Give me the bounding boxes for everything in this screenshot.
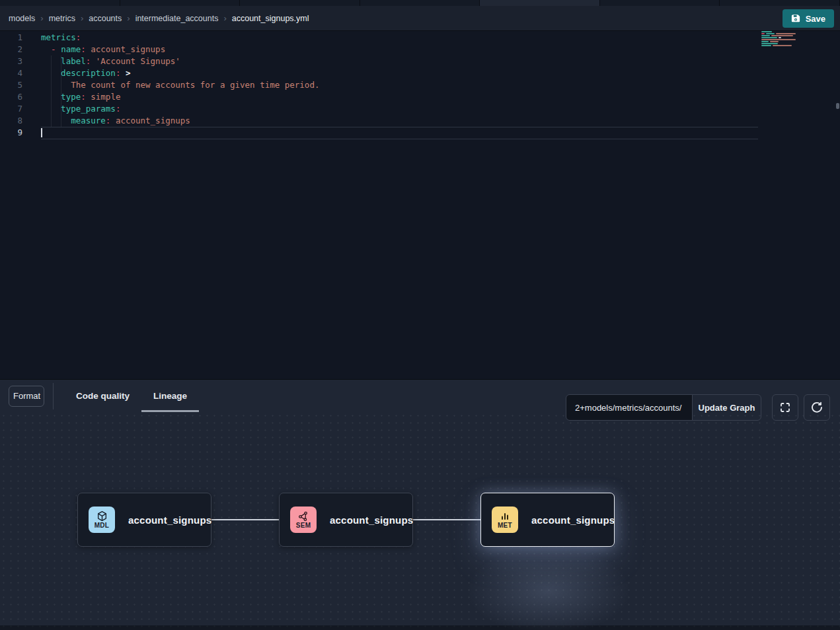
minimap-mark (761, 43, 778, 44)
window-tab[interactable] (0, 0, 120, 6)
panel-tab-lineage[interactable]: Lineage (141, 380, 199, 412)
breadcrumb-chevron-icon: › (127, 13, 130, 23)
code-line[interactable]: 9 (0, 127, 840, 139)
code-text: The count of new accounts for a given ti… (41, 80, 319, 90)
minimap-mark (761, 39, 796, 40)
minimap-mark (761, 45, 771, 46)
metric-chart-icon (500, 511, 510, 522)
code-token: 'Account Signups' (91, 56, 180, 66)
line-number: 4 (0, 67, 22, 79)
code-token (56, 44, 61, 54)
panel-tab-code-quality[interactable]: Code quality (64, 380, 141, 412)
code-token (41, 116, 71, 125)
code-token (41, 92, 61, 102)
code-token: account_signups (86, 44, 165, 54)
panel-tab-label: Lineage (153, 391, 187, 401)
window-tab[interactable] (600, 0, 720, 6)
window-tab[interactable] (360, 0, 480, 6)
code-token: metrics (41, 32, 76, 42)
minimap-mark (771, 35, 793, 36)
breadcrumb-chevron-icon: › (40, 13, 43, 23)
ide-screen: models›metrics›accounts›intermediate_acc… (0, 0, 840, 630)
window-tab[interactable] (240, 0, 360, 6)
breadcrumb-item[interactable]: intermediate_accounts (135, 14, 219, 23)
code-token: > (120, 68, 130, 78)
code-token (41, 68, 61, 78)
canvas-bottom-shade (0, 625, 840, 630)
refresh-button[interactable] (804, 394, 830, 421)
code-token: : (116, 104, 121, 114)
minimap-mark (779, 37, 781, 38)
lineage-node-sem[interactable]: SEMaccount_signups (279, 493, 413, 547)
window-tab[interactable] (720, 0, 840, 6)
code-token: name (61, 44, 81, 54)
code-text: measure: account_signups (41, 116, 190, 125)
fullscreen-button[interactable] (772, 394, 798, 421)
breadcrumb-chevron-icon: › (223, 13, 226, 23)
code-line[interactable]: 2 - name: account_signups (0, 44, 840, 55)
minimap-mark (773, 45, 792, 46)
code-line[interactable]: 8 measure: account_signups (0, 115, 840, 127)
semantic-network-badge: SEM (290, 507, 317, 533)
bottom-panel: Format Code qualityLineage Update Graph (0, 379, 840, 630)
code-token (41, 44, 51, 54)
breadcrumb-item[interactable]: account_signups.yml (232, 14, 309, 23)
minimap-row (761, 37, 834, 38)
code-line[interactable]: 5 The count of new accounts for a given … (0, 79, 840, 91)
code-line[interactable]: 6 type: simple (0, 91, 840, 103)
breadcrumb-item[interactable]: accounts (89, 14, 122, 23)
minimap-row (761, 39, 834, 40)
code-line[interactable]: 7 type_params: (0, 103, 840, 115)
editor-scrollbar-thumb[interactable] (836, 103, 839, 109)
code-text: label: 'Account Signups' (41, 56, 180, 66)
breadcrumb-chevron-icon: › (81, 13, 83, 23)
window-tab[interactable] (480, 0, 600, 6)
line-number: 8 (0, 115, 22, 127)
code-token (41, 104, 61, 114)
breadcrumb-item[interactable]: metrics (49, 14, 75, 23)
minimap-mark (761, 33, 765, 34)
lineage-node-met[interactable]: METaccount_signups (480, 493, 615, 547)
node-name-label: account_signups (128, 514, 211, 526)
minimap-mark (761, 31, 772, 32)
minimap-mark (770, 41, 779, 42)
breadcrumb-item[interactable]: models (9, 14, 35, 23)
code-token: account_signups (110, 116, 190, 125)
line-number: 3 (0, 55, 22, 67)
panel-tab-label: Code quality (76, 391, 130, 401)
fullscreen-icon (779, 402, 791, 413)
breadcrumb-bar: models›metrics›accounts›intermediate_acc… (0, 6, 840, 31)
minimap[interactable] (761, 31, 834, 47)
metric-chart-badge: MET (492, 507, 518, 533)
minimap-mark (761, 41, 769, 42)
yaml-code-editor[interactable]: 1metrics:2 - name: account_signups3 labe… (0, 31, 840, 379)
code-token: : (76, 32, 81, 42)
model-cube-badge: MDL (89, 507, 115, 533)
save-button[interactable]: Save (783, 9, 834, 28)
lineage-edge (211, 519, 279, 520)
lineage-node-mdl[interactable]: MDLaccount_signups (77, 493, 211, 547)
node-type-label: MDL (95, 522, 110, 529)
minimap-row (761, 33, 834, 34)
line-number: 2 (0, 44, 22, 55)
code-text: type_params: (41, 104, 120, 114)
code-token: description (61, 68, 116, 78)
code-token: type_params (61, 104, 116, 114)
lineage-controls: Update Graph (566, 394, 830, 421)
update-graph-button[interactable]: Update Graph (692, 394, 761, 421)
code-line[interactable]: 3 label: 'Account Signups' (0, 55, 840, 67)
code-token: measure (71, 116, 106, 125)
format-button[interactable]: Format (9, 386, 44, 407)
lineage-selector-input[interactable] (566, 394, 693, 421)
line-number: 9 (0, 127, 22, 139)
minimap-row (761, 45, 834, 46)
code-line[interactable]: 4 description: > (0, 67, 840, 79)
code-lines: 1metrics:2 - name: account_signups3 labe… (0, 32, 840, 139)
code-token: : (81, 92, 86, 102)
code-line[interactable]: 1metrics: (0, 32, 840, 44)
code-token: label (61, 56, 86, 66)
refresh-icon (811, 402, 823, 413)
minimap-row (761, 41, 834, 42)
window-tab[interactable] (120, 0, 241, 6)
save-button-label: Save (806, 14, 825, 24)
